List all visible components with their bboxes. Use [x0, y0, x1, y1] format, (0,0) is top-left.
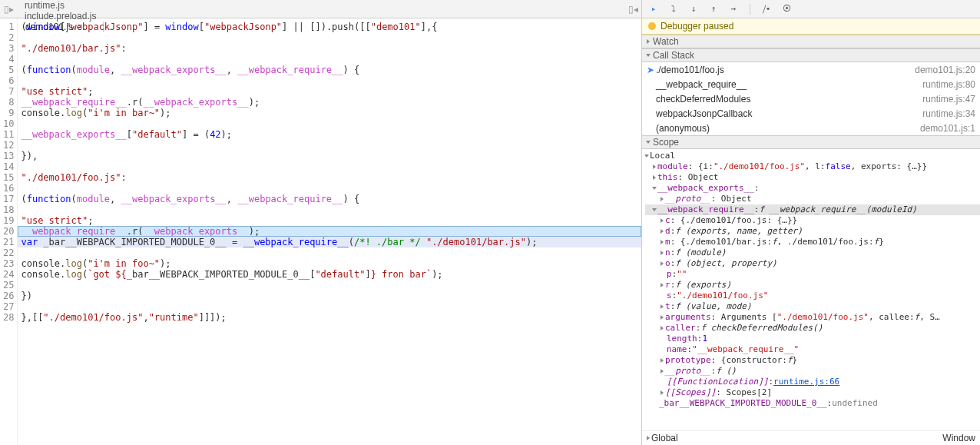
code-line[interactable]: __webpack_exports__["default"] = (42); — [18, 129, 641, 140]
callstack-frame[interactable]: webpackJsonpCallbackruntime.js:34 — [642, 106, 980, 121]
scope-property[interactable]: _bar__WEBPACK_IMPORTED_MODULE_0__: undef… — [645, 398, 980, 409]
scope-property[interactable]: length: 1 — [645, 334, 980, 344]
callstack-frame[interactable]: checkDeferredModulesruntime.js:47 — [642, 91, 980, 106]
scope-property[interactable]: c: {./demo101/foo.js: {…}} — [645, 215, 980, 226]
more-tabs-icon[interactable]: ▯◂ — [624, 0, 641, 18]
code-line[interactable] — [18, 280, 641, 291]
scope-property[interactable]: prototype: {constructor: f} — [645, 355, 980, 366]
scope-property[interactable]: m: {./demo101/bar.js: f, ./demo101/foo.j… — [645, 237, 980, 247]
code-line[interactable]: (function(module, __webpack_exports__, _… — [18, 194, 641, 204]
step-button[interactable]: → — [728, 4, 739, 15]
code-editor[interactable]: 1234567891011121314151617181920212223242… — [0, 18, 641, 445]
scope-property[interactable]: t: f (value, mode) — [645, 301, 980, 312]
scope-property[interactable]: [[FunctionLocation]]: runtime.js:66 — [645, 377, 980, 387]
pause-indicator-icon — [648, 22, 656, 30]
file-nav-icon[interactable]: ▯▸ — [0, 0, 17, 18]
code-line[interactable]: console.log("i'm in bar~"); — [18, 108, 641, 118]
scope-property[interactable]: __proto__: f () — [645, 366, 980, 377]
scope-property[interactable]: n: f (module) — [645, 247, 980, 258]
scope-property[interactable]: caller: f checkDeferredModules() — [645, 323, 980, 334]
expand-icon — [646, 141, 651, 144]
step-over-button[interactable]: ⤵ — [668, 4, 679, 15]
code-line[interactable] — [18, 54, 641, 65]
scope-tree[interactable]: Local module: {i: "./demo101/foo.js", l:… — [642, 149, 980, 430]
debugger-status: Debugger paused — [642, 18, 980, 35]
code-line[interactable] — [18, 204, 641, 215]
callstack-header[interactable]: Call Stack — [642, 48, 980, 62]
scope-global-header[interactable]: Global Window — [642, 430, 980, 445]
pause-on-exceptions-button[interactable]: ⦿ — [781, 4, 792, 15]
status-text: Debugger paused — [661, 21, 733, 32]
scope-property[interactable]: r: f (exports) — [645, 280, 980, 291]
scope-property[interactable]: __webpack_exports__: — [645, 183, 980, 194]
scope-property[interactable]: p: "" — [645, 269, 980, 280]
code-line[interactable]: (function(module, __webpack_exports__, _… — [18, 65, 641, 75]
code-line[interactable]: }) — [18, 291, 641, 301]
debugger-toolbar: ▸ ⤵ ↓ ↑ → ⧸• ⦿ — [642, 0, 980, 18]
step-out-button[interactable]: ↑ — [708, 4, 719, 15]
deactivate-breakpoints-button[interactable]: ⧸• — [761, 4, 772, 15]
code-line[interactable] — [18, 247, 641, 258]
code-line[interactable]: "use strict"; — [18, 86, 641, 97]
expand-icon — [647, 39, 650, 44]
scope-property[interactable]: d: f (exports, name, getter) — [645, 226, 980, 237]
code-line[interactable]: "./demo101/bar.js": — [18, 43, 641, 54]
scope-property[interactable]: module: {i: "./demo101/foo.js", l: false… — [645, 161, 980, 172]
code-line[interactable] — [18, 183, 641, 194]
code-line[interactable] — [18, 32, 641, 43]
code-line[interactable]: var _bar__WEBPACK_IMPORTED_MODULE_0__ = … — [18, 237, 641, 247]
code-line[interactable]: }), — [18, 151, 641, 161]
code-line[interactable] — [18, 75, 641, 86]
tab-runtime-js[interactable]: runtime.js — [17, 0, 104, 11]
scope-local-header[interactable]: Local — [645, 151, 980, 161]
scope-property[interactable]: arguments: Arguments ["./demo101/foo.js"… — [645, 312, 980, 323]
code-line[interactable] — [18, 301, 641, 312]
scope-property[interactable]: this: Object — [645, 172, 980, 183]
code-line[interactable]: console.log("i'm in foo~"); — [18, 258, 641, 269]
code-line[interactable]: "use strict"; — [18, 215, 641, 226]
debugger-pane: ▸ ⤵ ↓ ↑ → ⧸• ⦿ Debugger paused Watch Cal… — [642, 0, 980, 445]
scope-property[interactable]: o: f (object, property) — [645, 258, 980, 269]
step-into-button[interactable]: ↓ — [688, 4, 699, 15]
scope-property[interactable]: __webpack_require__: f __webpack_require… — [645, 204, 980, 215]
editor-tabs: ▯▸ runtime.jsinclude.preload.jsdemo101.j… — [0, 0, 641, 18]
code-line[interactable] — [18, 118, 641, 129]
scope-property[interactable]: s: "./demo101/foo.js" — [645, 291, 980, 301]
scope-property[interactable]: __proto__: Object — [645, 194, 980, 204]
scope-property[interactable]: [[Scopes]]: Scopes[2] — [645, 387, 980, 398]
code-line[interactable]: __webpack_require__.r(__webpack_exports_… — [18, 97, 641, 108]
resume-button[interactable]: ▸ — [648, 4, 659, 15]
watch-header[interactable]: Watch — [642, 35, 980, 48]
code-line[interactable]: },[["./demo101/foo.js","runtime"]]]); — [18, 312, 641, 323]
expand-icon — [646, 54, 651, 57]
code-line[interactable]: "./demo101/foo.js": — [18, 172, 641, 183]
scope-property[interactable]: name: "__webpack_require__" — [645, 344, 980, 355]
callstack-frame[interactable]: ➤./demo101/foo.jsdemo101.js:20 — [642, 62, 980, 77]
callstack-frame[interactable]: __webpack_require__runtime.js:80 — [642, 77, 980, 91]
code-line[interactable]: (window["webpackJsonp"] = window["webpac… — [18, 22, 641, 32]
code-line[interactable] — [18, 161, 641, 172]
code-line[interactable]: __webpack_require__.r(__webpack_exports_… — [18, 226, 641, 237]
code-line[interactable]: console.log(`got ${_bar__WEBPACK_IMPORTE… — [18, 269, 641, 280]
scope-header[interactable]: Scope — [642, 135, 980, 149]
callstack-frame[interactable]: (anonymous)demo101.js:1 — [642, 121, 980, 135]
editor-pane: ▯▸ runtime.jsinclude.preload.jsdemo101.j… — [0, 0, 642, 445]
code-line[interactable] — [18, 140, 641, 151]
